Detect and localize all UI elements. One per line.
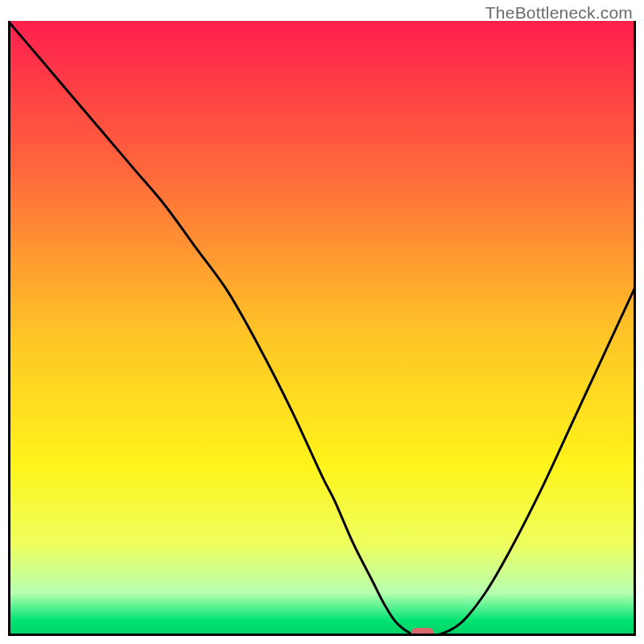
bottleneck-chart bbox=[8, 21, 636, 636]
chart-background bbox=[8, 21, 636, 636]
plot-frame bbox=[8, 21, 636, 636]
chart-container: TheBottleneck.com bbox=[0, 0, 644, 644]
watermark-text: TheBottleneck.com bbox=[485, 3, 633, 23]
